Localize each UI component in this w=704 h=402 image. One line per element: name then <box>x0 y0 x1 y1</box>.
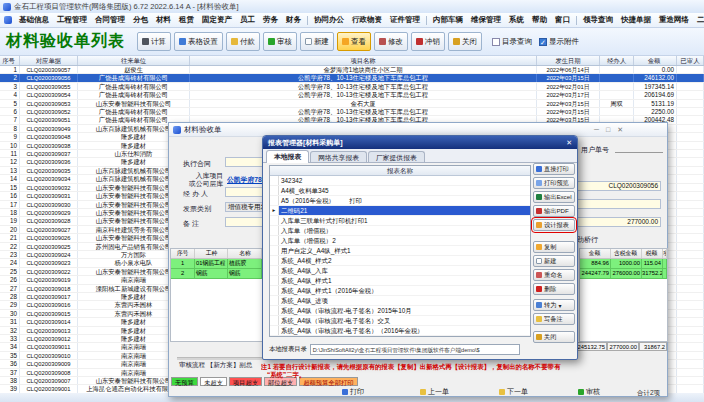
menu-item-员工[interactable]: 员工 <box>236 15 259 25</box>
关闭-button[interactable]: 关闭 <box>448 32 482 51</box>
menu-item-快捷单据[interactable]: 快捷单据 <box>617 15 655 25</box>
total-amount-field[interactable]: 277000.00 <box>573 217 661 227</box>
menu-item-固定资产[interactable]: 固定资产 <box>198 15 236 25</box>
col-header-amount[interactable]: 金额 <box>634 56 677 65</box>
report-list-item[interactable]: 入库单（增值税）2 <box>270 236 530 246</box>
转为-button[interactable]: 转为 <box>533 299 575 311</box>
project-link[interactable]: 公凯学府78、10-1 <box>227 175 263 185</box>
menu-item-基础信息[interactable]: 基础信息 <box>15 15 53 25</box>
table-row[interactable]: 5CLQ0200309053山东安泰智能科技有限公司金石大厦2022年03月15… <box>0 100 704 108</box>
设计报表-button[interactable]: 设计报表 <box>533 219 575 231</box>
checkbox-box[interactable] <box>492 38 500 46</box>
extra-field[interactable] <box>573 199 661 209</box>
report-list-item[interactable]: A5（2016年金税） 打印 <box>270 196 530 206</box>
menu-item-租赁[interactable]: 租赁 <box>175 15 198 25</box>
table-row[interactable]: 2CLQ0200309056广饶县成海砖材有限公司公凯学府78、10-13住宅楼… <box>0 74 704 82</box>
report-list-item[interactable]: 系统_A4纵_入库 <box>270 266 530 276</box>
col-header-seq[interactable]: 序号 <box>0 56 20 65</box>
dialog-title-bar[interactable]: 报表管理器[材料采购单] <box>263 136 577 149</box>
report-list-item[interactable]: A4横_收料单345 <box>270 186 530 196</box>
冲销-button[interactable]: 冲销 <box>411 32 445 51</box>
打印预览-button[interactable]: 打印预览 <box>533 177 575 189</box>
审核-button[interactable]: 审核 <box>575 386 603 397</box>
审核-button[interactable]: 审核 <box>263 32 297 51</box>
checkbox-box[interactable] <box>539 38 547 46</box>
menu-item-材料[interactable]: 材料 <box>152 15 175 25</box>
付款-button[interactable]: 付款 <box>226 32 260 51</box>
输出PDF-button[interactable]: 输出PDF <box>533 205 575 217</box>
menu-item-工程管理[interactable]: 工程管理 <box>53 15 91 25</box>
minimize-icon[interactable] <box>594 126 599 134</box>
tab-local-reports[interactable]: 本地报表 <box>266 150 309 163</box>
report-list-item[interactable]: 入库单三联单针式打印机打印1 <box>270 216 530 226</box>
col-header-company[interactable]: 往来单位 <box>78 56 190 65</box>
col-header-operator[interactable]: 经办人 <box>600 56 634 65</box>
col-header-auditor[interactable]: 已审人 <box>677 56 704 65</box>
table-row[interactable]: 6CLQ0200309052广饶县成海砖材有限公司公凯学府78、10-13住宅楼… <box>0 108 704 116</box>
新建-button[interactable]: 新建 <box>300 32 334 51</box>
doc-no-field[interactable]: CLQ0200309056 <box>573 181 661 191</box>
tab-vendor-reports[interactable]: 厂家提供报表 <box>368 151 425 162</box>
menu-item-财务[interactable]: 财务 <box>282 15 305 25</box>
detail-row[interactable]: 244247.79276000.0031752.21 <box>580 269 667 279</box>
report-list-item[interactable]: 系统_A4纵_样式1 <box>270 276 530 286</box>
col-header-doc-no[interactable]: 对应单据 <box>20 56 78 65</box>
report-list-item[interactable]: 系统_A4纵_样式1（2016年金税） <box>270 286 530 296</box>
detail-row[interactable]: 2钢筋钢筋 <box>171 269 262 279</box>
menu-item-行政物资[interactable]: 行政物资 <box>348 15 386 25</box>
detail-row[interactable]: 101钢筋工程（:植筋胶 <box>171 259 262 269</box>
col-header-project[interactable]: 项目名称 <box>190 56 537 65</box>
menu-item-协同办公[interactable]: 协同办公 <box>310 15 348 25</box>
写备注-button[interactable]: 写备注 <box>533 313 575 325</box>
menu-item-内部车辆[interactable]: 内部车辆 <box>429 15 467 25</box>
menu-item-维保管理[interactable]: 维保管理 <box>467 15 505 25</box>
重命名-button[interactable]: 重命名 <box>533 269 575 281</box>
menu-item-合同管理[interactable]: 合同管理 <box>91 15 129 25</box>
report-list-item[interactable]: 系统_A4纵（审核流程-电子签名）2015年10月 <box>270 306 530 316</box>
修改-button[interactable]: 修改 <box>374 32 408 51</box>
report-list-item[interactable]: 二维码21 <box>270 206 530 216</box>
checkbox-目录查询[interactable]: 目录查询 <box>492 37 532 47</box>
menu-item-证件管理[interactable]: 证件管理 <box>386 15 424 25</box>
report-list-item[interactable]: 用户自定义_A4纵_样式1 <box>270 246 530 256</box>
上一单-button[interactable]: 上一单 <box>417 386 452 397</box>
report-list-item[interactable]: 系统_A4纵（审核流程-电子签名）（2016年金税） <box>270 326 530 336</box>
user-doc-no-field[interactable] <box>615 152 663 153</box>
table-row[interactable]: 1CLQ0200309057赵俊生金梦海湾1地块商住小区二期2022年06月14… <box>0 66 704 74</box>
report-list-item[interactable]: 系统_A4纵（审核流程-电子签名）交叉 <box>270 316 530 326</box>
menu-item-二次开发[interactable]: 二次开发 <box>693 15 704 25</box>
close-icon[interactable] <box>617 126 623 134</box>
查看-button[interactable]: 查看 <box>337 32 371 51</box>
maximize-icon[interactable] <box>606 126 610 134</box>
menu-item-分包[interactable]: 分包 <box>129 15 152 25</box>
下一单-button[interactable]: 下一单 <box>496 386 531 397</box>
计算-button[interactable]: 计算 <box>137 32 171 51</box>
dialog-close-icon[interactable] <box>566 139 572 147</box>
打印-button[interactable]: 打印 <box>339 386 367 397</box>
report-list-item[interactable]: 系统_A4横_样式2 <box>270 256 530 266</box>
直接打印-button[interactable]: 直接打印 <box>533 163 575 175</box>
detail-row[interactable]: 884.961000.00115.04 <box>580 259 667 269</box>
新建-button[interactable]: 新建 <box>533 255 575 267</box>
checkbox-显示附件[interactable]: 显示附件 <box>539 37 579 47</box>
menu-item-重造网络[interactable]: 重造网络 <box>655 15 693 25</box>
menu-item-劳务[interactable]: 劳务 <box>259 15 282 25</box>
menu-item-窗口[interactable]: 窗口 <box>551 15 574 25</box>
menu-item-帮助[interactable]: 帮助 <box>528 15 551 25</box>
menu-item-领导查询[interactable]: 领导查询 <box>579 15 617 25</box>
report-list-item[interactable]: 系统_A4纵（审核流程）2015年10月 <box>270 336 530 337</box>
tab-network-shared-reports[interactable]: 网络共享报表 <box>310 151 367 162</box>
report-list-item[interactable]: 342342 <box>270 176 530 186</box>
report-list-item[interactable]: 入库单（增值税） <box>270 226 530 236</box>
table-row[interactable]: 3CLQ0200309055广饶县成海砖材有限公司公凯学府78、10-13住宅楼… <box>0 83 704 91</box>
关闭-button[interactable]: 关闭 <box>533 331 575 343</box>
table-row[interactable]: 4CLQ0200309054广饶县成海砖材有限公司公凯学府78、10-13住宅楼… <box>0 91 704 99</box>
复制-button[interactable]: 复制 <box>533 241 575 253</box>
report-list-item[interactable]: 系统_A4纵_进项 <box>270 296 530 306</box>
col-header-date[interactable]: 发生日期 <box>537 56 600 65</box>
删除-button[interactable]: 删除 <box>533 283 575 295</box>
local-report-dir-field[interactable]: D:\JinShiSoftAll2y\金石工程项目管理软件\集团版软件客户端de… <box>310 344 520 355</box>
表格设置-button[interactable]: 表格设置 <box>174 32 223 51</box>
输出Excel-button[interactable]: 输出Excel <box>533 191 575 203</box>
menu-item-系统[interactable]: 系统 <box>505 15 528 25</box>
